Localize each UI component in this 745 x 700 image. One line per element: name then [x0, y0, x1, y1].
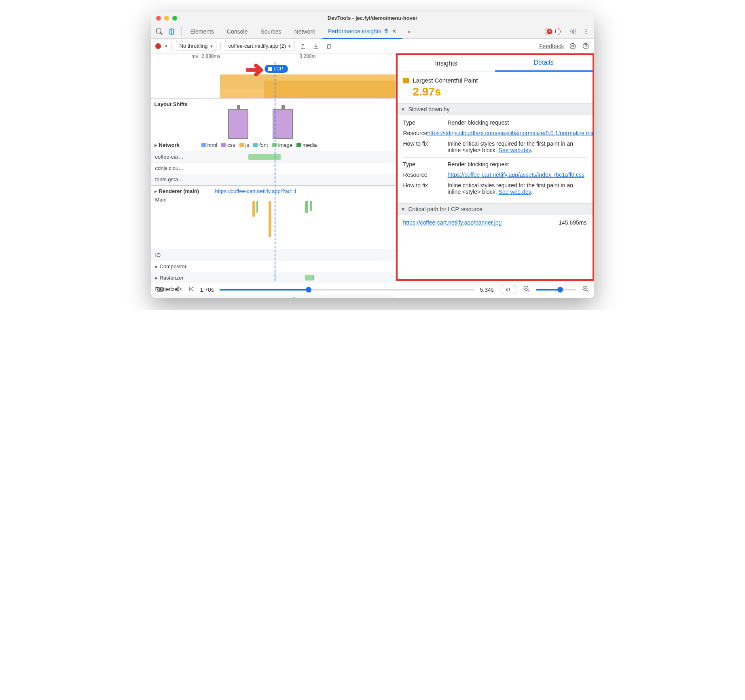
layout-shift-thumb[interactable] [273, 109, 293, 139]
scrubber[interactable] [220, 289, 474, 291]
insights-toolbar: No throttling coffee-cart.netlify.app (2… [151, 39, 594, 53]
feedback-link[interactable]: Feedback [539, 43, 564, 49]
lcp-swatch [403, 78, 409, 83]
track-service-worker[interactable]: Service W… [151, 295, 396, 298]
zoom-in-icon[interactable] [582, 285, 589, 294]
settings2-icon[interactable] [568, 42, 577, 51]
legend-label: js [246, 142, 249, 148]
tab-performance-insights[interactable]: Performance insights ⚗ ✕ [322, 24, 403, 39]
expand-icon[interactable] [155, 275, 160, 281]
settings-icon[interactable] [567, 26, 579, 37]
import-icon[interactable] [311, 42, 320, 51]
track-label: Main [151, 197, 200, 203]
lcp-pill[interactable]: LCP [265, 65, 288, 73]
slowed-body: TypeRender blocking request Resourcehttp… [398, 115, 593, 203]
network-legend: html css js font image media [200, 142, 317, 148]
svg-point-4 [585, 29, 586, 30]
delete-icon[interactable] [324, 42, 333, 51]
track-io[interactable]: IO [151, 249, 396, 261]
track-label: Network [159, 142, 180, 148]
close-tab-icon[interactable]: ✕ [392, 28, 397, 34]
legend-label: image [278, 142, 292, 148]
titlebar: DevTools - jec.fyi/demo/menu-hover [151, 12, 594, 24]
network-row[interactable]: coffee-car… [151, 151, 396, 163]
chevron-down-icon [210, 43, 213, 49]
track-label: Rasterizer [160, 275, 184, 281]
fix-link[interactable]: See web.dev [499, 147, 531, 153]
section-slowed[interactable]: Slowed down by [398, 103, 593, 115]
zoom-out-icon[interactable] [523, 285, 530, 294]
tab-details[interactable]: Details [495, 55, 593, 72]
renderer-section: Renderer (main) https://coffee-cart.netl… [151, 185, 396, 298]
svg-point-7 [571, 45, 574, 47]
panel-tabbar: Elements Console Sources Network Perform… [151, 24, 594, 39]
recording-select[interactable]: coffee-cart.netlify.app (2) [225, 41, 295, 51]
font-swatch [253, 143, 258, 147]
expand-icon[interactable] [155, 188, 159, 194]
record-button[interactable] [155, 43, 161, 49]
kv-key: Resource [403, 130, 428, 136]
collapse-icon [402, 106, 406, 112]
resource-link[interactable]: https://coffee-cart.netlify.app/assets/i… [448, 172, 585, 178]
chevron-down-icon [288, 43, 291, 49]
js-swatch [239, 143, 244, 147]
svg-point-8 [570, 43, 576, 49]
network-row[interactable]: fonts.gsta… [151, 174, 396, 185]
track-rasterizer[interactable]: Rasterizer [151, 272, 396, 283]
critical-link[interactable]: https://coffee-cart.netlify.app/banner.j… [403, 219, 559, 226]
fix-link[interactable]: See web.dev [499, 189, 531, 195]
svg-point-3 [572, 30, 574, 32]
legend-label: css [227, 142, 235, 148]
svg-point-5 [585, 31, 586, 32]
critical-ms: 145.695ms [559, 219, 586, 226]
speed-button[interactable]: x1 [499, 285, 517, 294]
layout-shift-thumb[interactable] [228, 109, 248, 139]
throttle-select[interactable]: No throttling [176, 41, 216, 51]
tab-insights[interactable]: Insights [398, 55, 495, 72]
time-ruler: ms 2,880ms 3,200m [151, 53, 396, 62]
throttle-value: No throttling [180, 43, 208, 49]
network-row[interactable]: cdnjs.clou… [151, 163, 396, 174]
renderer-url[interactable]: https://coffee-cart.netlify.app/?ad=1 [203, 188, 297, 194]
track-main[interactable]: Main [151, 197, 396, 249]
lcp-value: 2.97s [403, 85, 587, 98]
tab-sources[interactable]: Sources [255, 24, 287, 39]
track-label: Compositor [160, 263, 186, 269]
help-icon[interactable] [581, 42, 590, 51]
square-icon [268, 67, 272, 71]
expand-icon[interactable] [155, 263, 160, 269]
kv-key: How to fix [403, 182, 448, 195]
window-title: DevTools - jec.fyi/demo/menu-hover [151, 15, 594, 21]
critical-row: https://coffee-cart.netlify.app/banner.j… [398, 215, 593, 230]
tab-console[interactable]: Console [221, 24, 253, 39]
flask-icon: ⚗ [383, 28, 389, 34]
network-header: Network html css js font image media [151, 139, 396, 151]
expand-icon[interactable] [155, 142, 159, 148]
record-menu[interactable] [165, 43, 167, 49]
lcp-pill-label: LCP [274, 66, 283, 72]
kebab-menu-icon[interactable] [580, 26, 592, 37]
tab-more[interactable]: » [404, 24, 414, 39]
device-toggle-icon[interactable] [167, 26, 178, 37]
tab-network[interactable]: Network [289, 24, 321, 39]
export-icon[interactable] [298, 42, 307, 51]
lcp-header: Largest Contentful Paint 2.97s [398, 72, 593, 103]
section-critical[interactable]: Critical path for LCP resource [398, 203, 593, 215]
resource-link[interactable]: https://cdnjs.cloudflare.com/ajax/libs/n… [427, 130, 594, 136]
tracks: LCP Layout Shifts [151, 62, 396, 281]
details-tabs: Insights Details [398, 55, 593, 72]
kv-value: Render blocking request [448, 119, 587, 126]
kv-key: Resource [403, 172, 448, 178]
annotation-arrow [246, 62, 265, 79]
css-swatch [221, 143, 226, 147]
track-label: Renderer (main) [159, 188, 199, 194]
svg-point-6 [585, 33, 586, 34]
recording-value: coffee-cart.netlify.app (2) [229, 43, 286, 49]
track-compositor[interactable]: Compositor [151, 261, 396, 272]
inspect-icon[interactable] [154, 26, 165, 37]
zoom-slider[interactable] [536, 289, 576, 291]
error-badge[interactable]: ✕ 1 [545, 28, 561, 35]
tab-elements[interactable]: Elements [185, 24, 220, 39]
track-label: Layout Shifts [151, 99, 200, 139]
section-title: Slowed down by [408, 106, 450, 112]
